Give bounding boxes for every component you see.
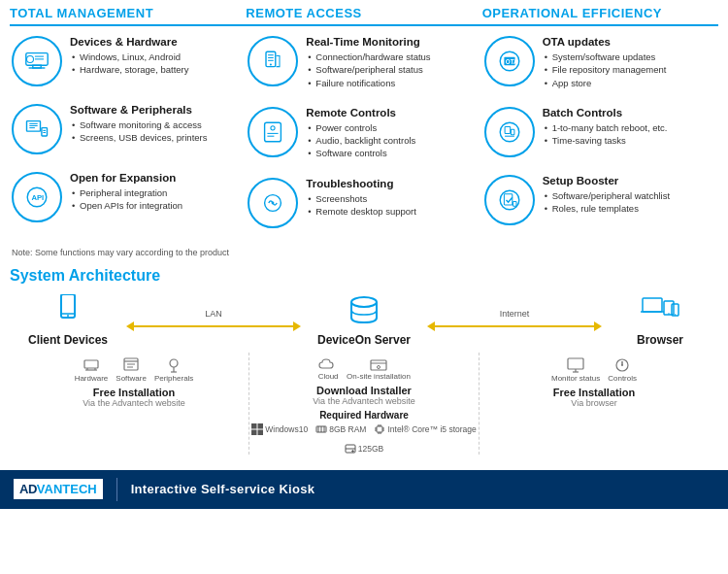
peripherals-icon bbox=[165, 356, 182, 374]
browser-install-sub: Via browser bbox=[571, 398, 616, 408]
ota-bullet-1: File repository management bbox=[543, 63, 667, 76]
open-expansion-title: Open for Expansion bbox=[70, 172, 182, 184]
logo-box: ADVANTECH bbox=[14, 479, 103, 499]
internet-arrow bbox=[427, 321, 602, 331]
batch-controls-text: Batch Controls 1-to-many batch reboot, e… bbox=[543, 107, 668, 148]
server-install-label: Download Installer bbox=[316, 385, 412, 396]
internet-line bbox=[435, 325, 594, 327]
browser-controls: Controls bbox=[608, 356, 637, 383]
server-sub-icons: Cloud On-site installation bbox=[317, 356, 411, 381]
controls-icon bbox=[613, 356, 631, 374]
api-bullet-0: Peripheral integration bbox=[70, 186, 182, 199]
hw-storage-label: 125GB bbox=[358, 444, 383, 454]
cloud-icon bbox=[317, 356, 339, 372]
bc-bullet-1: Time-saving tasks bbox=[543, 134, 668, 147]
rt-bullet-2: Failure notifications bbox=[306, 77, 430, 89]
svg-rect-68 bbox=[377, 426, 382, 432]
logo-ad: AD bbox=[19, 482, 37, 496]
browser-title: Browser bbox=[602, 333, 718, 347]
feature-ota-updates: OTA OTA updates System/software updates … bbox=[484, 32, 716, 93]
troubleshooting-title: Troubleshooting bbox=[306, 178, 416, 189]
realtime-monitoring-text: Real-Time Monitoring Connection/hardware… bbox=[306, 36, 430, 89]
open-expansion-text: Open for Expansion Peripheral integratio… bbox=[70, 172, 182, 213]
feature-realtime-monitoring: Real-Time Monitoring Connection/hardware… bbox=[248, 32, 480, 93]
lan-connector: LAN bbox=[126, 309, 301, 331]
sw-bullet-0: Software monitoring & access bbox=[70, 118, 207, 131]
troubleshooting-icon bbox=[248, 178, 298, 228]
monitor-status-label: Monitor status bbox=[551, 374, 600, 383]
realtime-monitoring-icon bbox=[248, 36, 298, 86]
rc-bullet-0: Power controls bbox=[306, 121, 415, 134]
hw-ram-label: 8GB RAM bbox=[329, 424, 366, 434]
ts-bullet-1: Remote desktop support bbox=[306, 205, 416, 218]
devices-hardware-icon bbox=[12, 36, 62, 86]
client-install-sub: Via the Advantech website bbox=[83, 398, 184, 408]
browser-icon bbox=[641, 294, 679, 329]
svg-rect-80 bbox=[568, 358, 583, 369]
lan-arrow bbox=[126, 321, 301, 331]
footer-tagline: Interactive Self-service Kiosk bbox=[131, 482, 315, 496]
ram-icon bbox=[315, 423, 327, 435]
svg-point-39 bbox=[351, 297, 377, 307]
client-software: Software bbox=[116, 356, 147, 383]
svg-point-19 bbox=[270, 63, 272, 65]
remote-controls-icon bbox=[248, 107, 298, 157]
internet-connector: Internet bbox=[427, 309, 602, 331]
server-onsite: On-site installation bbox=[347, 356, 411, 381]
onsite-label: On-site installation bbox=[347, 372, 411, 381]
svg-point-29 bbox=[500, 122, 519, 142]
setup-booster-title: Setup Booster bbox=[543, 175, 670, 186]
svg-rect-63 bbox=[258, 429, 264, 435]
software-label: Software bbox=[116, 374, 147, 383]
remote-controls-title: Remote Controls bbox=[306, 107, 415, 118]
header-col3: Operational Efficiency bbox=[482, 6, 718, 26]
rc-bullet-2: Software controls bbox=[306, 147, 415, 159]
remote-controls-text: Remote Controls Power controls Audio, ba… bbox=[306, 107, 415, 160]
footer-logo: ADVANTECH bbox=[14, 479, 103, 499]
cloud-label: Cloud bbox=[318, 372, 339, 381]
cpu-icon bbox=[374, 423, 385, 435]
client-sub-icons: Hardware Software bbox=[75, 356, 194, 383]
disclaimer-note: Note: Some functions may vary according … bbox=[0, 246, 728, 261]
hardware-icon bbox=[83, 356, 100, 374]
hw-storage: 125GB bbox=[345, 443, 383, 455]
windows-icon bbox=[251, 423, 263, 435]
svg-point-25 bbox=[272, 201, 275, 204]
feature-remote-controls: Remote Controls Power controls Audio, ba… bbox=[248, 103, 480, 164]
troubleshooting-text: Troubleshooting Screenshots Remote deskt… bbox=[306, 178, 416, 219]
api-bullet-1: Open APIs for integration bbox=[70, 199, 182, 212]
svg-point-45 bbox=[675, 314, 677, 316]
svg-point-38 bbox=[67, 315, 69, 317]
ota-updates-title: OTA updates bbox=[543, 36, 667, 48]
sw-bullet-1: Screens, USB devices, printers bbox=[70, 131, 207, 144]
server-cloud: Cloud bbox=[317, 356, 339, 381]
server-install-sub: Via the Advantech website bbox=[313, 396, 414, 406]
sysarch-title: System Architecture bbox=[10, 267, 718, 285]
software-peripherals-text: Software & Peripherals Software monitori… bbox=[70, 104, 207, 145]
internet-arrow-left bbox=[427, 321, 435, 331]
lan-label: LAN bbox=[205, 309, 222, 319]
svg-rect-62 bbox=[251, 429, 257, 435]
lan-line bbox=[134, 325, 293, 327]
browser-install-label: Free Installation bbox=[553, 387, 635, 398]
feature-devices-hardware: Devices & Hardware Windows, Linux, Andro… bbox=[12, 32, 244, 90]
svg-point-54 bbox=[170, 359, 178, 367]
svg-rect-35 bbox=[513, 201, 516, 206]
batch-controls-icon bbox=[484, 107, 535, 157]
hw-cpu: Intel® Core™ i5 storage bbox=[374, 423, 476, 435]
setup-booster-text: Setup Booster Software/peripheral watchl… bbox=[543, 175, 670, 216]
client-devices-node: Client Devices bbox=[10, 294, 126, 347]
setup-booster-icon bbox=[484, 175, 535, 225]
onsite-icon bbox=[368, 356, 389, 372]
ota-updates-icon: OTA bbox=[484, 36, 535, 86]
client-devices-title: Client Devices bbox=[10, 333, 126, 347]
feature-open-expansion: API Open for Expansion Peripheral integr… bbox=[12, 168, 244, 226]
svg-rect-31 bbox=[511, 129, 514, 135]
client-device-icon bbox=[53, 294, 83, 329]
header-col1: Total Management bbox=[10, 6, 246, 26]
feature-col-2: Real-Time Monitoring Connection/hardware… bbox=[246, 32, 481, 242]
client-hardware: Hardware bbox=[75, 356, 109, 383]
browser-node: Browser bbox=[602, 294, 718, 347]
bc-bullet-0: 1-to-many batch reboot, etc. bbox=[543, 121, 668, 134]
server-title: DeviceOn Server bbox=[301, 333, 427, 347]
